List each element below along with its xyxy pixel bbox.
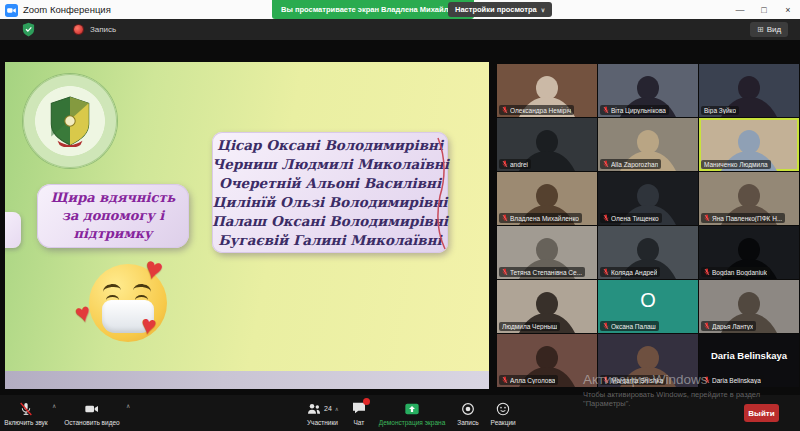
emblem-shield-icon [47, 95, 93, 147]
muted-mic-icon [603, 214, 609, 222]
zoom-logo-icon [5, 3, 18, 16]
zoom-app-window: Zoom Конференция Вы просматриваете экран… [0, 0, 800, 431]
participant-name-label: andrei [499, 159, 531, 169]
participant-name-label: Людмила Черныш [499, 322, 560, 331]
participant-tile[interactable]: Алла Суголова [497, 334, 597, 387]
chat-label: Чат [353, 419, 364, 426]
chat-button[interactable]: Чат [351, 395, 367, 431]
participant-tile[interactable]: Дарья Лантух [699, 280, 799, 333]
gratitude-name: Бугаєвій Галині Миколаївні [212, 231, 448, 250]
leave-meeting-button[interactable]: Выйти [744, 404, 779, 422]
participant-tile[interactable]: Daria BelinskayaDaria Belinskaya [699, 334, 799, 387]
participants-chevron: ∧ [335, 406, 339, 412]
meeting-toolbar: Включить звук ∧ Остановить видео ∧ 24 ∧ [0, 395, 800, 431]
maximize-button[interactable]: □ [752, 0, 776, 19]
share-screen-button[interactable]: Демонстрация экрана [379, 395, 445, 431]
participant-name: Яна Павленко(ПФК Н... [712, 215, 782, 222]
participant-name-label: Alla Zaporozhan [600, 159, 661, 169]
participant-name-label: Олена Тищенко [600, 213, 662, 223]
participant-tile[interactable]: Margarita Shishka [598, 334, 698, 387]
muted-mic-icon [704, 376, 710, 384]
participant-name-label: Оксана Палаш [600, 321, 659, 331]
muted-mic-icon [603, 376, 609, 384]
heart-icon: ♥ [139, 311, 159, 339]
participant-tile[interactable]: ООксана Палаш [598, 280, 698, 333]
leave-label: Выйти [748, 409, 774, 418]
participant-tile[interactable]: Віра Зуйко [699, 64, 799, 117]
decorative-curve [434, 136, 450, 255]
participant-tile[interactable]: Віта Цирульнікова [598, 64, 698, 117]
toolbar-center-group: 24 ∧ Участники Чат Демонс [306, 395, 516, 431]
participant-name: Коляда Андрей [611, 269, 657, 276]
participant-name: Маниченко Людмила [704, 161, 768, 168]
school-emblem [23, 74, 117, 168]
recording-indicator-icon[interactable] [74, 25, 83, 34]
participant-name: Margarita Shishka [611, 377, 663, 384]
partial-box-decoration [5, 212, 21, 248]
muted-mic-icon [502, 376, 508, 384]
unmute-button[interactable]: Включить звук [0, 395, 52, 431]
record-icon [460, 401, 476, 417]
muted-mic-icon [502, 160, 508, 168]
window-titlebar: Zoom Конференция Вы просматриваете экран… [0, 0, 800, 20]
participant-name: Владлена Михайленко [510, 215, 579, 222]
heart-icon: ♥ [142, 252, 167, 285]
participant-name: Віта Цирульнікова [611, 107, 666, 114]
reactions-button[interactable]: Реакции [491, 395, 516, 431]
participant-tile[interactable]: Яна Павленко(ПФК Н... [699, 172, 799, 225]
video-options-chevron[interactable]: ∧ [126, 402, 130, 409]
chat-notification-badge [363, 398, 370, 405]
participant-name-label: Віта Цирульнікова [600, 105, 669, 115]
muted-mic-icon [704, 214, 710, 222]
participant-tile[interactable]: Bogdan Bogdaniuk [699, 226, 799, 279]
reactions-label: Реакции [491, 419, 516, 426]
participant-tile[interactable]: Владлена Михайленко [497, 172, 597, 225]
participant-tile[interactable]: andrei [497, 118, 597, 171]
participant-name-label: Владлена Михайленко [499, 213, 582, 223]
participant-name-label: Коляда Андрей [600, 267, 660, 277]
masked-face-hearts-emoji: ♥ ♥ ♥ [83, 260, 179, 356]
participant-tile[interactable]: Олена Тищенко [598, 172, 698, 225]
participant-name: Віра Зуйко [704, 107, 736, 114]
gratitude-name: Черниш Людмилі Миколаївні [212, 155, 448, 174]
participant-name-label: Маниченко Людмила [701, 160, 771, 169]
window-title: Zoom Конференция [23, 0, 111, 19]
participant-name: Bogdan Bogdaniuk [712, 269, 767, 276]
participant-name-label: Daria Belinskaya [701, 375, 764, 385]
participant-name: Людмила Черныш [502, 323, 557, 330]
participant-name: Тетяна Степанівна Се... [510, 269, 582, 276]
screen-share-banner-text: Вы просматриваете экран Владлена Михайле… [281, 5, 465, 14]
participant-tile[interactable]: Alla Zaporozhan [598, 118, 698, 171]
participant-name-label: Bogdan Bogdaniuk [701, 267, 770, 277]
shared-screen-slide: Цісар Оксані ВолодимирівніЧерниш Людмилі… [5, 62, 489, 389]
participants-icon [306, 401, 322, 417]
minimize-button[interactable]: — [728, 0, 752, 19]
screen-share-banner: Вы просматриваете экран Владлена Михайле… [272, 0, 474, 19]
avatar-letter: О [598, 280, 698, 321]
camera-icon [83, 401, 101, 417]
gratitude-name: Очеретній Альоні Василівні [212, 174, 448, 193]
stop-video-button[interactable]: Остановить видео [60, 395, 124, 431]
view-settings-button[interactable]: Настройки просмотра ∨ [448, 2, 552, 17]
record-button[interactable]: Запись [457, 395, 478, 431]
participant-name-label: Віра Зуйко [701, 106, 739, 115]
close-button[interactable]: × [776, 0, 800, 19]
participant-name-label: Тетяна Степанівна Се... [499, 267, 585, 277]
recording-label: Запись [90, 19, 116, 40]
security-shield-icon[interactable] [22, 22, 35, 41]
participants-button[interactable]: 24 ∧ Участники [306, 395, 339, 431]
participant-tile[interactable]: Олександра Неміріч [497, 64, 597, 117]
window-controls: — □ × [728, 0, 800, 19]
participant-display-name: Daria Belinskaya [699, 334, 799, 376]
participant-tile[interactable]: Людмила Черныш [497, 280, 597, 333]
mic-options-chevron[interactable]: ∧ [52, 402, 56, 409]
view-button[interactable]: ⊞ Вид [750, 22, 788, 37]
participant-tile[interactable]: Маниченко Людмила [699, 118, 799, 171]
muted-mic-icon [704, 322, 710, 330]
share-screen-icon [404, 401, 420, 417]
muted-mic-icon [502, 106, 508, 114]
participant-tile[interactable]: Тетяна Степанівна Се... [497, 226, 597, 279]
muted-mic-icon [502, 214, 508, 222]
chevron-down-icon: ∨ [541, 6, 545, 13]
participant-tile[interactable]: Коляда Андрей [598, 226, 698, 279]
